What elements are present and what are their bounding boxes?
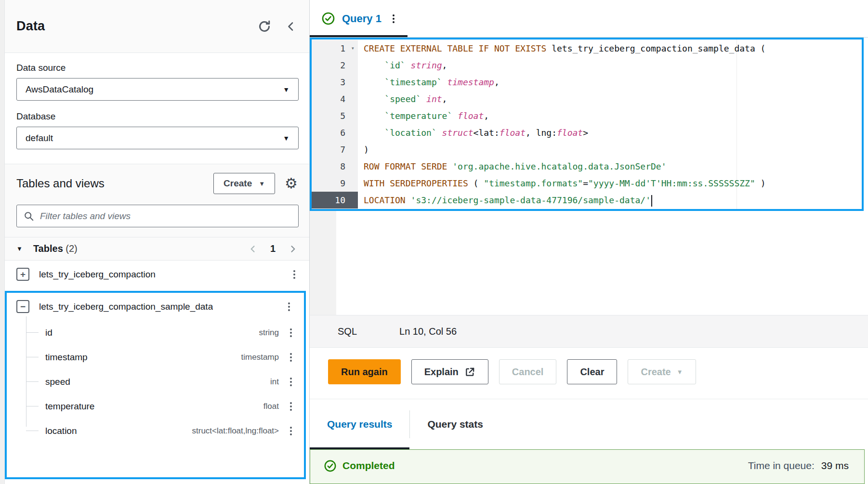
line-number: 6 xyxy=(312,124,358,141)
database-value: default xyxy=(26,133,53,144)
refresh-icon[interactable] xyxy=(257,19,272,34)
code-text: `speed` int, xyxy=(358,91,447,107)
run-again-label: Run again xyxy=(341,366,388,378)
column-row: timestamptimestamp xyxy=(7,345,304,369)
create-button[interactable]: Create ▼ xyxy=(213,173,275,194)
pagination: 1 xyxy=(248,243,298,254)
selected-table-highlight: − lets_try_iceberg_compaction_sample_dat… xyxy=(5,291,306,479)
expand-table-icon[interactable]: + xyxy=(16,268,29,281)
fold-caret-icon[interactable]: ▾ xyxy=(351,40,355,57)
query-status-banner: Completed Time in queue: 39 ms xyxy=(310,449,865,484)
tree-branch-line xyxy=(26,431,39,431)
create-dropdown-button: Create ▼ xyxy=(628,359,696,384)
column-menu-icon[interactable] xyxy=(286,349,296,366)
code-text: ROW FORMAT SERDE 'org.apache.hive.hcatal… xyxy=(358,158,667,175)
table-row[interactable]: − lets_try_iceberg_compaction_sample_dat… xyxy=(7,293,304,320)
collapse-table-icon[interactable]: − xyxy=(16,300,29,313)
query-tab-menu-icon[interactable] xyxy=(388,11,399,27)
cancel-label: Cancel xyxy=(512,366,544,378)
line-number: 9 xyxy=(312,175,358,192)
page-prev-icon[interactable] xyxy=(248,244,258,254)
create-dropdown-label: Create xyxy=(641,366,671,378)
explain-button[interactable]: Explain xyxy=(411,359,488,384)
code-text: CREATE EXTERNAL TABLE IF NOT EXISTS lets… xyxy=(358,40,765,57)
code-line: 5 `temperature` float, xyxy=(312,107,862,124)
page-next-icon[interactable] xyxy=(288,244,298,254)
line-number: 3 xyxy=(312,74,358,91)
query-tab-label: Query 1 xyxy=(342,13,381,25)
line-number: 4 xyxy=(312,91,358,107)
column-menu-icon[interactable] xyxy=(286,423,296,439)
page-number[interactable]: 1 xyxy=(270,243,276,254)
explain-label: Explain xyxy=(424,366,459,378)
database-select[interactable]: default ▼ xyxy=(16,127,299,149)
line-number: 2 xyxy=(312,57,358,74)
tab-query-results[interactable]: Query results xyxy=(310,399,409,449)
tab-query-stats[interactable]: Query stats xyxy=(410,399,500,449)
run-again-button[interactable]: Run again xyxy=(328,359,401,384)
success-check-icon xyxy=(321,12,335,26)
filter-tables-input[interactable] xyxy=(40,211,291,222)
clear-button[interactable]: Clear xyxy=(567,359,617,384)
code-lines: 1▾CREATE EXTERNAL TABLE IF NOT EXISTS le… xyxy=(312,39,862,209)
column-name: speed xyxy=(45,377,70,387)
code-text: LOCATION 's3://iceberg-sample-data-47719… xyxy=(358,192,652,209)
tables-list: + lets_try_iceberg_compaction − lets_try… xyxy=(5,261,309,484)
panel-title: Data xyxy=(16,19,45,34)
code-line: 2 `id` string, xyxy=(312,57,862,74)
column-type: int xyxy=(270,377,279,387)
results-section: Query results Query stats Completed Time… xyxy=(310,399,868,484)
query-tab[interactable]: Query 1 xyxy=(310,0,408,37)
data-source-value: AwsDataCatalog xyxy=(26,84,93,95)
code-line: 1▾CREATE EXTERNAL TABLE IF NOT EXISTS le… xyxy=(312,40,862,57)
column-type: string xyxy=(259,328,279,338)
query-tabbar: Query 1 xyxy=(310,0,868,38)
column-menu-icon[interactable] xyxy=(286,398,296,415)
tree-branch-line xyxy=(26,406,39,406)
table-menu-icon[interactable] xyxy=(284,299,294,315)
filter-box xyxy=(16,205,299,227)
settings-gear-icon[interactable]: ⚙ xyxy=(285,176,298,191)
column-menu-icon[interactable] xyxy=(286,374,296,390)
tables-group-count: (2) xyxy=(66,243,77,254)
collapse-panel-icon[interactable] xyxy=(285,21,297,32)
completed-check-icon xyxy=(324,459,337,472)
column-menu-icon[interactable] xyxy=(286,325,296,341)
code-line: 6 `location` struct<lat:float, lng:float… xyxy=(312,124,862,141)
data-source-label: Data source xyxy=(16,63,299,73)
left-rail xyxy=(0,0,5,484)
table-row[interactable]: + lets_try_iceberg_compaction xyxy=(5,261,309,288)
columns-list: idstringtimestamptimestampspeedinttemper… xyxy=(7,320,304,443)
column-row: locationstruct<lat:float,lng:float> xyxy=(7,419,304,443)
results-tabbar: Query results Query stats xyxy=(310,399,868,449)
clear-label: Clear xyxy=(580,366,604,378)
data-panel-header: Data xyxy=(5,0,309,53)
code-line: 4 `speed` int, xyxy=(312,91,862,107)
code-line: 3 `timestamp` timestamp, xyxy=(312,74,862,91)
editor-gutter-extension xyxy=(310,211,336,315)
line-number: 8 xyxy=(312,158,358,175)
source-database-section: Data source AwsDataCatalog ▼ Database de… xyxy=(5,53,309,164)
sql-editor[interactable]: 1▾CREATE EXTERNAL TABLE IF NOT EXISTS le… xyxy=(310,38,864,211)
time-in-queue-value: 39 ms xyxy=(821,460,849,471)
code-line: 9WITH SERDEPROPERTIES ( "timestamp.forma… xyxy=(312,175,862,192)
search-icon xyxy=(24,211,34,222)
chevron-down-icon: ▼ xyxy=(677,368,683,376)
editor-empty-area[interactable] xyxy=(310,211,868,315)
text-cursor xyxy=(651,195,652,207)
column-name: id xyxy=(45,327,53,338)
status-badge: Completed xyxy=(342,460,395,471)
code-text: ) xyxy=(358,141,369,158)
column-type: struct<lat:float,lng:float> xyxy=(192,426,279,436)
code-text: `timestamp` timestamp, xyxy=(358,74,500,91)
data-source-select[interactable]: AwsDataCatalog ▼ xyxy=(16,78,299,101)
line-number: 7 xyxy=(312,141,358,158)
collapse-group-icon[interactable]: ▼ xyxy=(16,245,23,252)
table-name: lets_try_iceberg_compaction_sample_data xyxy=(39,301,213,312)
code-text: WITH SERDEPROPERTIES ( "timestamp.format… xyxy=(358,175,765,192)
chevron-down-icon: ▼ xyxy=(283,86,289,93)
table-menu-icon[interactable] xyxy=(289,266,300,283)
cursor-position: Ln 10, Col 56 xyxy=(399,326,457,337)
editor-statusbar: SQL Ln 10, Col 56 xyxy=(310,315,868,348)
code-text: `id` string, xyxy=(358,57,447,74)
